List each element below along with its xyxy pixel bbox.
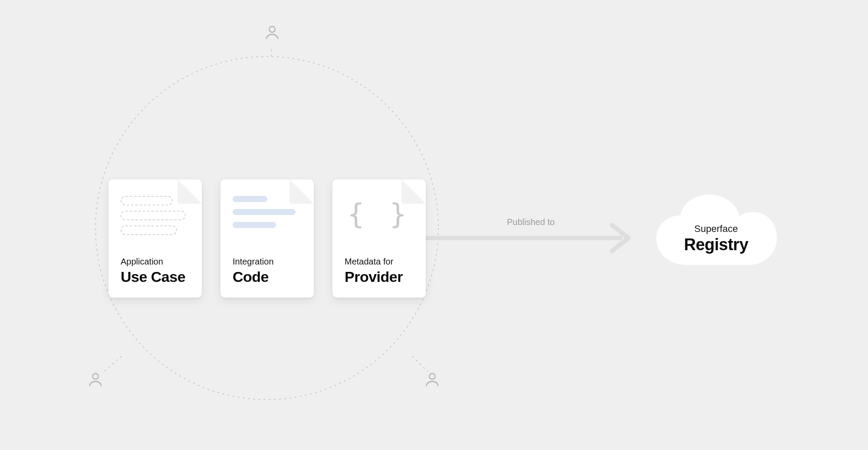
cloud-registry: Superface Registry [651,191,781,274]
card-main-label: Code [233,268,274,285]
card-code: Integration Code [220,179,314,298]
svg-point-7 [429,374,435,379]
diagram-stage: Application Use Case Integration Code { … [0,0,868,450]
user-icon [424,371,441,388]
card-main-label: Use Case [121,268,185,285]
card-sub-label: Metadata for [345,257,403,267]
card-provider: { } Metadata for Provider [332,179,426,298]
svg-line-2 [104,356,122,371]
page-fold-icon [178,179,202,204]
cloud-main-label: Registry [651,235,781,254]
card-sub-label: Application [121,257,185,267]
svg-point-6 [92,374,98,379]
card-sub-label: Integration [233,257,274,267]
cloud-sub-label: Superface [651,223,781,235]
page-fold-icon [401,179,426,204]
svg-line-3 [412,356,427,371]
user-icon [87,371,104,388]
braces-icon: { } [345,200,414,228]
svg-point-5 [269,26,275,32]
card-use-case: Application Use Case [108,179,202,298]
page-fold-icon [289,179,314,204]
arrow-label: Published to [507,217,555,227]
user-icon [263,24,281,41]
card-main-label: Provider [345,268,403,285]
